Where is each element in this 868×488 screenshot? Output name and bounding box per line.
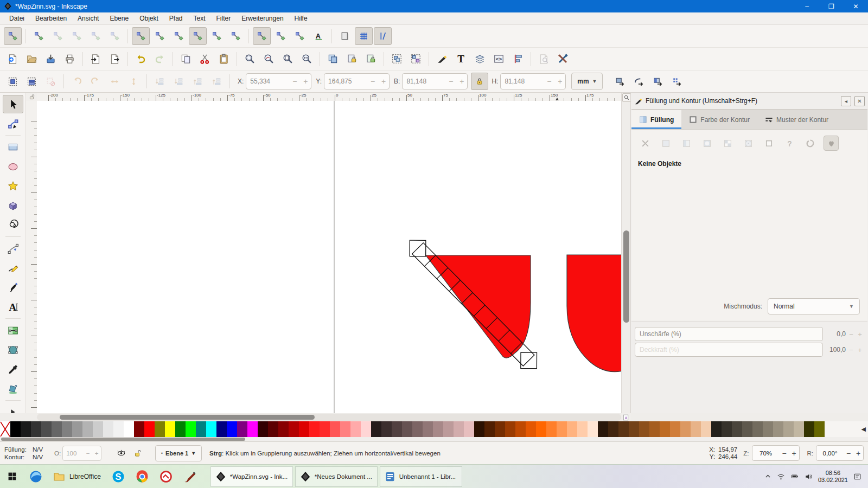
height-increment[interactable]: + [554, 77, 565, 86]
palette-swatch[interactable] [742, 421, 752, 437]
blur-slider[interactable]: Unschärfe (%) [635, 327, 823, 341]
taskbar-window-button[interactable]: Unbenannt 1 - Libr... [380, 466, 462, 487]
taskbar-app-paint-app[interactable] [178, 465, 202, 488]
tool-node-button[interactable] [3, 114, 23, 133]
palette-swatch[interactable] [680, 421, 691, 437]
snap-guides-button[interactable] [374, 27, 392, 45]
tab-fill[interactable]: Füllung [631, 110, 681, 129]
palette-swatch[interactable] [567, 421, 577, 437]
taskbar-app-skype[interactable]: S [106, 465, 130, 488]
group-button[interactable] [388, 50, 406, 68]
palette-swatch[interactable] [804, 421, 814, 437]
vertical-scrollbar[interactable] [621, 93, 631, 413]
palette-swatch[interactable] [423, 421, 433, 437]
canvas[interactable] [37, 101, 621, 413]
palette-swatch[interactable] [340, 421, 350, 437]
select-all-layers-button[interactable] [23, 73, 41, 91]
palette-swatch[interactable] [247, 421, 258, 437]
palette-swatch[interactable] [175, 421, 186, 437]
palette-swatch[interactable] [464, 421, 474, 437]
horizontal-scrollbar-thumb[interactable] [60, 415, 315, 420]
tool-ellipse-button[interactable] [3, 157, 23, 176]
palette-swatch[interactable] [536, 421, 546, 437]
palette-swatch[interactable] [103, 421, 113, 437]
palette-swatch[interactable] [783, 421, 794, 437]
snap-smooth-nodes-button[interactable] [208, 27, 226, 45]
palette-swatch[interactable] [31, 421, 41, 437]
menu-erweiterungen[interactable]: Erweiterungen [237, 13, 288, 24]
horizontal-ruler[interactable]: -200-175-150-125-100-75-50-2502550751001… [37, 93, 621, 101]
palette-swatch[interactable] [814, 421, 825, 437]
zoom-page-width-button[interactable] [298, 50, 316, 68]
snap-enable-button[interactable] [4, 27, 22, 45]
palette-swatch[interactable] [711, 421, 722, 437]
palette-swatch[interactable] [598, 421, 608, 437]
menu-pfad[interactable]: Pfad [164, 13, 188, 24]
layer-lock-toggle[interactable] [133, 449, 141, 457]
palette-swatch[interactable] [206, 421, 216, 437]
blur-decrement[interactable]: − [847, 330, 856, 338]
taskbar-window-button[interactable]: *Neues Dokument ... [295, 466, 378, 487]
palette-swatch[interactable] [629, 421, 639, 437]
stroke-indicator-value[interactable]: N/V [33, 453, 43, 461]
taskbar-app-chrome[interactable] [130, 465, 154, 488]
paint-question-button[interactable]: ? [782, 136, 796, 150]
palette-swatch[interactable] [371, 421, 381, 437]
palette-swatch[interactable] [773, 421, 783, 437]
duplicate-button[interactable] [324, 50, 342, 68]
menu-objekt[interactable]: Objekt [135, 13, 163, 24]
lock-ratio-button[interactable] [471, 73, 488, 90]
opacity-increment[interactable]: + [856, 346, 864, 354]
palette-swatch[interactable] [361, 421, 371, 437]
palette-swatch[interactable] [350, 421, 361, 437]
palette-swatch[interactable] [144, 421, 155, 437]
notification-center-icon[interactable] [853, 473, 861, 480]
tool-mesh-button[interactable] [3, 341, 23, 359]
palette-swatch[interactable] [557, 421, 567, 437]
palette-swatch[interactable] [505, 421, 515, 437]
menu-datei[interactable]: Datei [4, 13, 29, 24]
blend-mode-dropdown[interactable]: Normal ▼ [768, 298, 860, 314]
taskbar-app-red-app[interactable] [154, 465, 178, 488]
height-decrement[interactable]: − [544, 77, 554, 86]
y-decrement[interactable]: − [367, 77, 378, 86]
tool-selector-button[interactable] [3, 95, 23, 113]
snap-bbox-midpoint-button[interactable] [87, 27, 105, 45]
palette-swatch[interactable] [443, 421, 454, 437]
snap-line-midpoints-button[interactable] [227, 27, 245, 45]
tool-rect-button[interactable] [3, 138, 23, 156]
paint-swatch-button[interactable] [741, 136, 755, 150]
rotation-input[interactable]: 0,00° −+ [816, 445, 864, 461]
opacity-decrement[interactable]: − [847, 346, 856, 354]
affect-corners-button[interactable] [630, 73, 648, 91]
y-input[interactable]: 164,875 − + [324, 73, 390, 89]
document-properties-button[interactable] [535, 50, 553, 68]
width-increment[interactable]: + [456, 77, 467, 86]
palette-swatch[interactable] [763, 421, 773, 437]
palette-scrollbar-thumb[interactable] [1, 438, 245, 441]
paint-mesh-button[interactable] [803, 136, 817, 150]
unlink-clone-button[interactable] [362, 50, 380, 68]
palette-swatch[interactable] [278, 421, 289, 437]
save-document-button[interactable] [42, 50, 60, 68]
current-layer-dropdown[interactable]: ▪ Ebene 1 ▼ [155, 445, 202, 461]
palette-swatch[interactable] [474, 421, 484, 437]
snap-path-intersection-button[interactable] [170, 27, 188, 45]
palette-swatch[interactable] [124, 421, 134, 437]
snap-bbox-edge-button[interactable] [49, 27, 67, 45]
snap-bbox-corner-button[interactable] [68, 27, 86, 45]
taskbar-app-start[interactable] [0, 465, 24, 488]
palette-swatch[interactable] [722, 421, 732, 437]
close-button[interactable]: ✕ [844, 0, 868, 12]
palette-swatch[interactable] [794, 421, 804, 437]
palette-swatch[interactable] [52, 421, 62, 437]
palette-swatch[interactable] [10, 421, 21, 437]
flip-horizontal-button[interactable] [106, 73, 124, 91]
lower-to-bottom-button[interactable] [151, 73, 169, 91]
tab-stroke-style[interactable]: Muster der Kontur [757, 110, 836, 129]
speaker-icon[interactable] [805, 473, 813, 480]
palette-swatch[interactable] [309, 421, 320, 437]
affect-pattern-button[interactable] [668, 73, 686, 91]
paint-none-button[interactable] [638, 136, 652, 150]
deselect-button[interactable] [42, 73, 60, 91]
